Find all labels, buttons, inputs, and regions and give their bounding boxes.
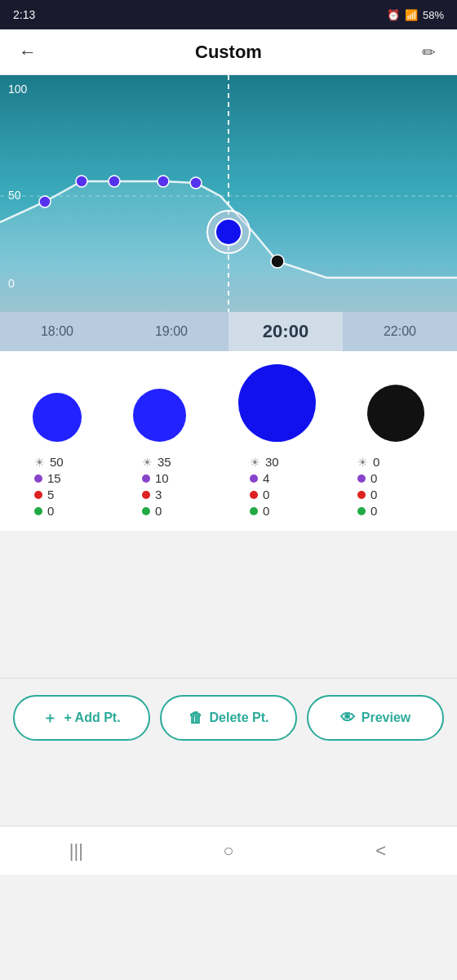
circle-3 [238, 364, 316, 442]
purple-dot-3 [250, 474, 258, 483]
value-col-1: ☀ 50 15 5 0 [34, 455, 100, 518]
add-point-button[interactable]: ＋ + Add Pt. [13, 695, 150, 741]
svg-point-3 [76, 176, 87, 187]
nav-bar: ||| ○ < [0, 826, 457, 875]
purple-row-1: 15 [34, 471, 100, 485]
edit-icon: ✏ [422, 42, 436, 62]
red-row-3: 0 [250, 488, 315, 501]
status-bar: 2:13 ⏰ 📶 58% [0, 0, 457, 29]
circle-1 [33, 393, 82, 442]
status-icons: ⏰ 📶 58% [387, 9, 444, 21]
purple-dot-4 [357, 474, 366, 483]
red-val-1: 5 [47, 488, 54, 501]
green-dot-1 [34, 507, 42, 515]
battery-label: 58% [423, 9, 444, 21]
purple-val-2: 10 [155, 471, 169, 485]
sun-val-2: 35 [158, 455, 171, 469]
nav-home[interactable]: ○ [204, 840, 253, 862]
value-col-2: ☀ 35 10 3 0 [142, 455, 207, 518]
circles-row [7, 364, 450, 442]
red-val-4: 0 [370, 488, 377, 501]
values-grid: ☀ 50 15 5 0 ☀ 35 10 [7, 455, 450, 518]
time-label-2000[interactable]: 20:00 [228, 312, 343, 351]
green-val-4: 0 [370, 504, 377, 518]
purple-row-3: 4 [250, 471, 315, 485]
red-row-2: 3 [142, 488, 207, 501]
svg-point-2 [39, 196, 51, 207]
back-button[interactable]: ← [13, 38, 42, 67]
purple-row-4: 0 [357, 471, 423, 485]
value-col-4: ☀ 0 0 0 0 [357, 455, 423, 518]
sun-row-4: ☀ 0 [357, 455, 423, 469]
sun-icon-1: ☀ [34, 456, 45, 469]
sun-val-4: 0 [373, 455, 379, 469]
status-time: 2:13 [13, 8, 35, 21]
edit-button[interactable]: ✏ [415, 38, 444, 67]
point-item-1[interactable] [33, 393, 82, 442]
circle-2 [133, 389, 186, 442]
red-dot-2 [142, 491, 150, 499]
green-val-1: 0 [47, 504, 54, 518]
purple-val-1: 15 [47, 471, 61, 485]
svg-point-6 [190, 177, 202, 189]
svg-text:0: 0 [8, 277, 15, 290]
point-item-3[interactable] [238, 364, 316, 442]
sun-icon-3: ☀ [250, 456, 260, 469]
delete-label: Delete Pt. [210, 710, 269, 725]
bottom-spacer [0, 760, 457, 826]
time-label-1900[interactable]: 19:00 [114, 324, 228, 339]
add-label: + Add Pt. [64, 710, 120, 725]
value-col-3: ☀ 30 4 0 0 [250, 455, 315, 518]
page-title: Custom [195, 42, 262, 63]
green-row-3: 0 [250, 504, 315, 518]
red-dot-1 [34, 491, 42, 499]
red-val-3: 0 [263, 488, 269, 501]
green-row-2: 0 [142, 504, 207, 518]
point-item-4[interactable] [367, 385, 424, 442]
eye-icon: 👁 [340, 710, 355, 727]
wifi-icon: 📶 [405, 9, 418, 21]
purple-val-4: 0 [370, 471, 377, 485]
trash-icon: 🗑 [189, 710, 203, 727]
svg-point-4 [109, 176, 120, 187]
nav-menu[interactable]: ||| [51, 840, 100, 862]
green-val-2: 0 [155, 504, 162, 518]
header: ← Custom ✏ [0, 29, 457, 75]
sun-val-3: 30 [265, 455, 279, 469]
add-icon: ＋ [42, 708, 57, 728]
preview-button[interactable]: 👁 Preview [307, 695, 444, 741]
svg-text:50: 50 [8, 189, 21, 202]
red-dot-4 [357, 491, 366, 499]
purple-row-2: 10 [142, 471, 207, 485]
green-dot-3 [250, 507, 258, 515]
sun-row-2: ☀ 35 [142, 455, 207, 469]
purple-val-3: 4 [263, 471, 269, 485]
green-row-1: 0 [34, 504, 100, 518]
chart-area[interactable]: 100 50 0 [0, 75, 457, 312]
circle-4 [367, 385, 424, 442]
sun-icon-2: ☀ [142, 456, 153, 469]
time-axis: 18:00 19:00 20:00 22:00 [0, 312, 457, 351]
purple-dot-1 [34, 474, 42, 483]
alarm-icon: ⏰ [387, 9, 400, 21]
sun-icon-4: ☀ [357, 456, 368, 469]
svg-text:100: 100 [8, 82, 28, 96]
delete-point-button[interactable]: 🗑 Delete Pt. [160, 695, 297, 741]
point-item-2[interactable] [133, 389, 186, 442]
red-dot-3 [250, 491, 258, 499]
svg-point-5 [158, 176, 169, 187]
svg-point-9 [271, 255, 284, 268]
bottom-buttons: ＋ + Add Pt. 🗑 Delete Pt. 👁 Preview [0, 679, 457, 760]
green-row-4: 0 [357, 504, 423, 518]
nav-back[interactable]: < [357, 840, 406, 862]
content-spacer [0, 531, 457, 678]
red-val-2: 3 [155, 488, 162, 501]
time-label-2200[interactable]: 22:00 [343, 324, 457, 339]
purple-dot-2 [142, 474, 150, 483]
red-row-4: 0 [357, 488, 423, 501]
points-section: ☀ 50 15 5 0 ☀ 35 10 [0, 351, 457, 531]
green-dot-2 [142, 507, 150, 515]
sun-row-3: ☀ 30 [250, 455, 315, 469]
time-label-1800[interactable]: 18:00 [0, 324, 114, 339]
svg-point-8 [215, 219, 242, 245]
